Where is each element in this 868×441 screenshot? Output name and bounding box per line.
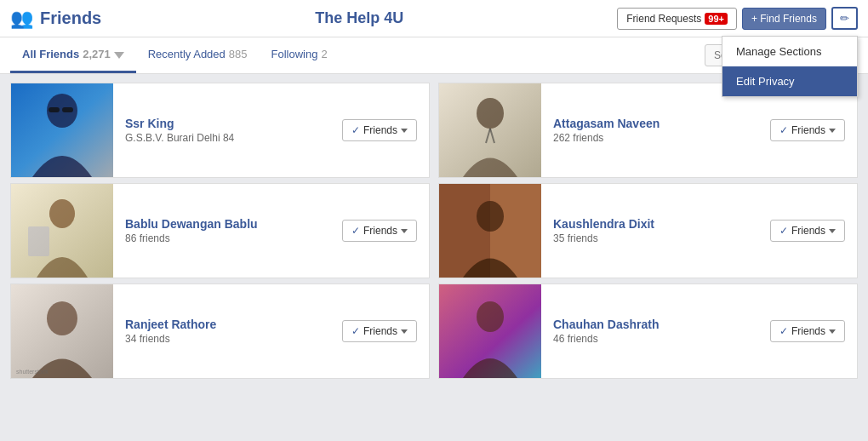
recently-added-count: 885 — [229, 48, 248, 60]
svg-point-9 — [49, 199, 75, 228]
friend-sub-4: 34 friends — [125, 333, 330, 345]
friends-row-2: Bablu Dewangan Bablu 86 friends ✓ Friend… — [10, 183, 858, 278]
friend-name-4[interactable]: Ranjeet Rathore — [125, 318, 330, 331]
svg-rect-2 — [49, 107, 60, 112]
friends-button-4[interactable]: ✓ Friends — [342, 320, 417, 342]
friends-row-3: shutterstock Ranjeet Rathore 34 friends … — [10, 284, 858, 379]
friend-name-3[interactable]: Kaushlendra Dixit — [553, 217, 758, 231]
friend-card-0: Ssr King G.S.B.V. Burari Delhi 84 ✓ Frie… — [10, 83, 430, 178]
svg-point-13 — [477, 201, 504, 232]
page-wrapper: 👥 Friends The Help 4U Friend Requests 99… — [0, 0, 868, 441]
recently-added-label: Recently Added — [148, 48, 226, 60]
friend-name-1[interactable]: Attagasam Naveen — [553, 117, 758, 130]
check-icon-5: ✓ — [779, 325, 788, 337]
avatar-0 — [11, 83, 113, 177]
friend-sub-3: 35 friends — [553, 232, 758, 244]
friends-button-2[interactable]: ✓ Friends — [342, 220, 417, 242]
friends-btn-label-1: Friends — [791, 124, 825, 136]
page-title: Friends — [40, 9, 101, 28]
header: 👥 Friends The Help 4U Friend Requests 99… — [0, 0, 868, 37]
friend-card-5: Chauhan Dashrath 46 friends ✓ Friends — [438, 284, 858, 379]
chevron-icon-3 — [829, 229, 836, 233]
avatar-2 — [11, 184, 113, 278]
friends-btn-label-0: Friends — [363, 124, 397, 136]
friend-sub-5: 46 friends — [553, 333, 758, 345]
edit-button[interactable]: ✏ — [831, 7, 858, 30]
chevron-icon-2 — [401, 229, 408, 233]
friend-requests-label: Friend Requests — [626, 13, 701, 25]
svg-point-5 — [477, 98, 504, 129]
chevron-icon-0 — [401, 129, 408, 133]
chevron-down-icon — [114, 52, 124, 59]
check-icon-1: ✓ — [779, 124, 788, 136]
avatar-image-0 — [11, 83, 113, 177]
avatar-image-4: shutterstock — [11, 284, 113, 378]
chevron-icon-5 — [829, 329, 836, 334]
friend-requests-button[interactable]: Friend Requests 99+ — [617, 8, 737, 30]
friend-info-1: Attagasam Naveen 262 friends — [541, 108, 770, 152]
chevron-icon-4 — [401, 329, 408, 334]
friend-card-4: shutterstock Ranjeet Rathore 34 friends … — [10, 284, 430, 379]
friends-button-5[interactable]: ✓ Friends — [770, 320, 845, 342]
friends-button-0[interactable]: ✓ Friends — [342, 119, 417, 141]
friend-sub-1: 262 friends — [553, 132, 758, 144]
svg-rect-10 — [28, 226, 49, 256]
chevron-icon-1 — [829, 129, 836, 133]
check-icon-4: ✓ — [351, 325, 360, 337]
friend-requests-badge: 99+ — [705, 13, 728, 25]
friends-btn-label-3: Friends — [791, 225, 825, 237]
friends-btn-label-2: Friends — [363, 225, 397, 237]
friend-info-5: Chauhan Dashrath 46 friends — [541, 309, 770, 353]
tab-all-friends[interactable]: All Friends 2,271 — [10, 37, 136, 73]
header-right: Friend Requests 99+ + Find Friends ✏ Man… — [617, 7, 858, 30]
header-left: 👥 Friends — [10, 8, 101, 30]
avatar-image-5 — [439, 284, 541, 378]
avatar-3 — [439, 184, 541, 278]
friend-sub-2: 86 friends — [125, 232, 330, 244]
svg-point-15 — [47, 301, 77, 335]
nav-tabs: All Friends 2,271 Recently Added 885 Fol… — [10, 37, 340, 73]
avatar-image-2 — [11, 184, 113, 278]
avatar-5 — [439, 284, 541, 378]
edit-privacy-item[interactable]: Edit Privacy — [722, 66, 857, 96]
friend-name-5[interactable]: Chauhan Dashrath — [553, 318, 758, 331]
check-icon-0: ✓ — [351, 124, 360, 136]
all-friends-label: All Friends — [22, 48, 79, 60]
friends-grid: Ssr King G.S.B.V. Burari Delhi 84 ✓ Frie… — [0, 74, 868, 392]
all-friends-count: 2,271 — [83, 48, 111, 60]
friend-card-3: Kaushlendra Dixit 35 friends ✓ Friends — [438, 183, 858, 278]
friends-button-3[interactable]: ✓ Friends — [770, 220, 845, 242]
friend-info-0: Ssr King G.S.B.V. Burari Delhi 84 — [113, 108, 342, 152]
svg-point-18 — [477, 301, 504, 332]
friend-name-2[interactable]: Bablu Dewangan Bablu — [125, 217, 330, 231]
header-center-title: The Help 4U — [315, 9, 403, 27]
check-icon-3: ✓ — [779, 225, 788, 237]
friends-icon: 👥 — [10, 8, 33, 30]
following-label: Following — [271, 48, 318, 60]
edit-icon: ✏ — [840, 12, 849, 25]
friend-info-4: Ranjeet Rathore 34 friends — [113, 309, 342, 353]
friend-info-3: Kaushlendra Dixit 35 friends — [541, 209, 770, 253]
avatar-image-3 — [439, 184, 541, 278]
tab-following[interactable]: Following 2 — [260, 37, 340, 73]
following-count: 2 — [321, 48, 327, 60]
find-friends-label: + Find Friends — [751, 13, 817, 25]
avatar-image-1 — [439, 83, 541, 177]
check-icon-2: ✓ — [351, 225, 360, 237]
friends-btn-label-5: Friends — [791, 325, 825, 337]
tab-recently-added[interactable]: Recently Added 885 — [136, 37, 260, 73]
find-friends-button[interactable]: + Find Friends — [742, 8, 826, 30]
friend-name-0[interactable]: Ssr King — [125, 117, 330, 130]
friend-sub-0: G.S.B.V. Burari Delhi 84 — [125, 132, 330, 144]
dropdown-menu: Manage Sections Edit Privacy — [722, 36, 858, 97]
avatar-1 — [439, 83, 541, 177]
friends-btn-label-4: Friends — [363, 325, 397, 337]
friends-button-1[interactable]: ✓ Friends — [770, 119, 845, 141]
svg-text:shutterstock: shutterstock — [16, 369, 49, 375]
avatar-4: shutterstock — [11, 284, 113, 378]
svg-rect-3 — [62, 107, 73, 112]
friend-info-2: Bablu Dewangan Bablu 86 friends — [113, 209, 342, 253]
manage-sections-item[interactable]: Manage Sections — [722, 37, 857, 66]
friend-card-2: Bablu Dewangan Bablu 86 friends ✓ Friend… — [10, 183, 430, 278]
